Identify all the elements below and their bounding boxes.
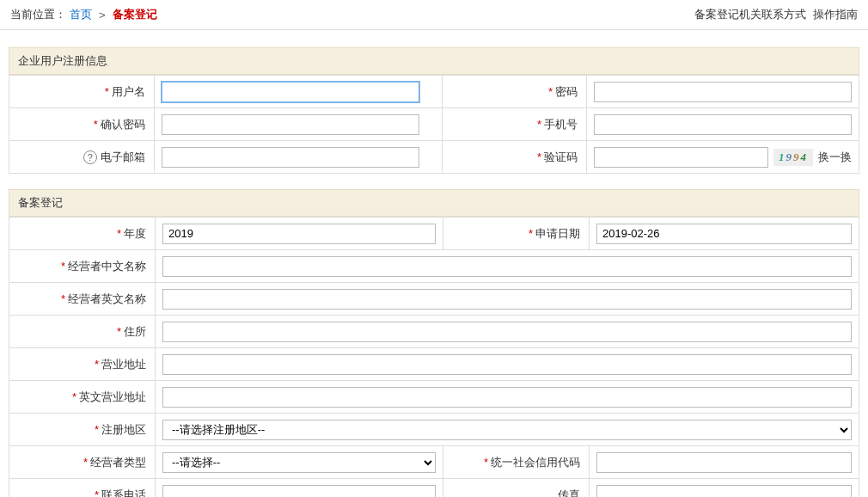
email-label: ?电子邮箱 xyxy=(9,141,155,174)
uscc-label: *统一社会信用代码 xyxy=(443,446,590,479)
phone-label: *联系电话 xyxy=(9,479,156,498)
year-label: *年度 xyxy=(9,218,156,250)
help-icon[interactable]: ? xyxy=(83,150,97,164)
mobile-input[interactable] xyxy=(594,114,852,135)
apply-date-label: *申请日期 xyxy=(443,218,590,250)
section1-table: *用户名 *密码 *确认密码 *手机号 ?电子邮箱 *验证码 1994 换一换 xyxy=(9,75,859,174)
guide-link[interactable]: 操作指南 xyxy=(813,7,858,22)
section2-table: *年度 *申请日期 *经营者中文名称 *经营者英文名称 *住所 *营业地址 *英… xyxy=(9,217,859,497)
operator-cn-label: *经营者中文名称 xyxy=(9,250,156,283)
residence-input[interactable] xyxy=(162,322,852,342)
email-input[interactable] xyxy=(162,147,419,168)
biz-addr-label: *营业地址 xyxy=(9,348,156,381)
captcha-image[interactable]: 1994 xyxy=(773,149,813,166)
section2-header: 备案登记 xyxy=(9,189,859,217)
residence-label: *住所 xyxy=(9,316,156,348)
mobile-label: *手机号 xyxy=(442,108,586,141)
username-input[interactable] xyxy=(162,82,419,102)
apply-date-input[interactable] xyxy=(596,224,852,244)
reg-area-select[interactable]: --请选择注册地区-- xyxy=(162,420,852,440)
topbar: 当前位置： 首页 > 备案登记 备案登记机关联系方式 操作指南 xyxy=(0,0,868,30)
captcha-label: *验证码 xyxy=(442,141,586,174)
breadcrumb: 当前位置： 首页 > 备案登记 xyxy=(10,7,157,22)
fax-label: 传真 xyxy=(443,479,590,498)
password-label: *密码 xyxy=(442,76,586,108)
password-input[interactable] xyxy=(594,82,852,102)
captcha-input[interactable] xyxy=(594,147,768,168)
breadcrumb-label: 当前位置： xyxy=(10,7,66,22)
breadcrumb-current: 备案登记 xyxy=(113,7,157,22)
operator-cn-input[interactable] xyxy=(162,256,852,277)
biz-addr-en-input[interactable] xyxy=(162,387,852,408)
confirm-password-input[interactable] xyxy=(162,114,419,135)
biz-addr-en-label: *英文营业地址 xyxy=(9,381,156,414)
breadcrumb-sep: > xyxy=(99,9,106,21)
section1-header: 企业用户注册信息 xyxy=(9,47,859,75)
username-label: *用户名 xyxy=(9,76,155,108)
reg-area-label: *注册地区 xyxy=(9,414,156,446)
content: 企业用户注册信息 *用户名 *密码 *确认密码 *手机号 ?电子邮箱 *验证码 … xyxy=(0,30,868,497)
biz-addr-input[interactable] xyxy=(162,354,852,375)
operator-en-input[interactable] xyxy=(162,289,852,310)
operator-type-select[interactable]: --请选择-- xyxy=(162,452,436,473)
captcha-swap-link[interactable]: 换一换 xyxy=(818,150,852,165)
operator-type-label: *经营者类型 xyxy=(9,446,156,479)
top-links: 备案登记机关联系方式 操作指南 xyxy=(694,7,858,22)
operator-en-label: *经营者英文名称 xyxy=(9,283,156,316)
uscc-input[interactable] xyxy=(596,452,852,473)
year-input[interactable] xyxy=(162,224,436,244)
contact-link[interactable]: 备案登记机关联系方式 xyxy=(694,7,806,22)
fax-input[interactable] xyxy=(596,485,852,498)
phone-input[interactable] xyxy=(162,485,436,498)
breadcrumb-home-link[interactable]: 首页 xyxy=(70,7,92,22)
confirm-password-label: *确认密码 xyxy=(9,108,155,141)
